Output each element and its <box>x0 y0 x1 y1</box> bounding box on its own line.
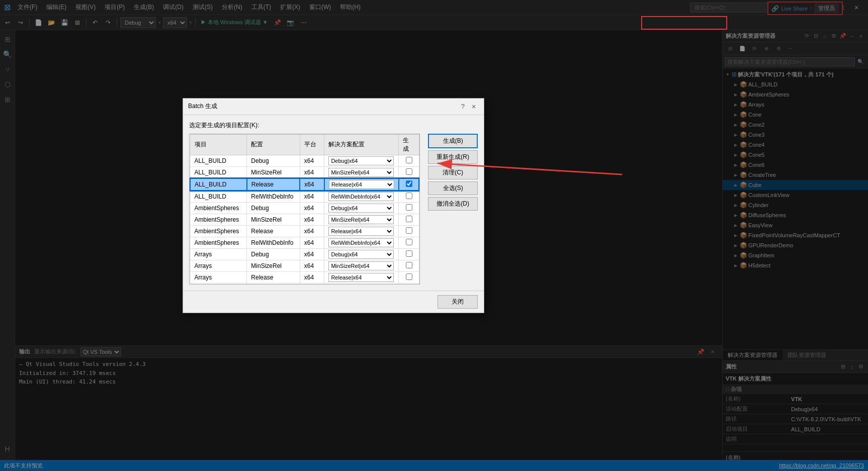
cell-solution-config: Debug|x64 <box>324 248 399 260</box>
cell-build <box>399 237 419 248</box>
cell-solution-config: Debug|x64 <box>324 202 399 214</box>
dialog-content-row: 项目 配置 平台 解决方案配置 生成 ALL_BUILDDebugx64Debu… <box>189 134 478 285</box>
cell-project: ALL_BUILD <box>190 178 247 191</box>
solution-config-select[interactable]: Debug|x64 <box>328 250 394 259</box>
cell-solution-config: MinSizeRel|x64 <box>324 166 399 178</box>
cell-project: Arrays <box>190 271 247 283</box>
cell-config: RelWithDebInfo <box>247 237 300 248</box>
build-checkbox[interactable] <box>406 204 412 211</box>
close-dialog-button[interactable]: 关闭 <box>438 295 478 309</box>
cell-project: AmbientSpheres <box>190 237 247 248</box>
cell-config: MinSizeRel <box>247 260 300 271</box>
cell-solution-config: Release|x64 <box>324 225 399 237</box>
build-checkbox[interactable] <box>406 239 412 245</box>
dialog-table-container[interactable]: 项目 配置 平台 解决方案配置 生成 ALL_BUILDDebugx64Debu… <box>189 134 420 285</box>
cell-project: Arrays <box>190 260 247 271</box>
cell-build <box>399 260 419 271</box>
solution-config-select[interactable]: Release|x64 <box>328 273 394 282</box>
dialog-table-row[interactable]: AmbientSpheresReleasex64Release|x64 <box>190 225 419 237</box>
build-checkbox[interactable] <box>406 168 412 175</box>
col-header-config: 配置 <box>247 134 300 155</box>
cell-platform: x64 <box>300 237 324 248</box>
build-checkbox[interactable] <box>406 216 412 222</box>
solution-config-select[interactable]: Release|x64 <box>328 227 394 236</box>
cell-solution-config: MinSizeRel|x64 <box>324 260 399 271</box>
cell-platform: x64 <box>300 166 324 178</box>
col-header-build: 生成 <box>399 134 419 155</box>
dialog-table-row[interactable]: AmbientSpheresDebugx64Debug|x64 <box>190 202 419 214</box>
cell-config: Debug <box>247 202 300 214</box>
solution-config-select[interactable]: RelWithDebInfo|x64 <box>328 192 394 201</box>
cell-build <box>399 155 419 166</box>
dialog-table-row[interactable]: AmbientSpheresRelWithDebInfox64RelWithDe… <box>190 237 419 248</box>
cell-solution-config: RelWithDebInfo|x64 <box>324 191 399 203</box>
dialog-table-row[interactable]: ArraysRelWithDebInfox64RelWithDebInfo|x6… <box>190 283 419 285</box>
clean-button[interactable]: 清理(C) <box>428 166 478 179</box>
rebuild-button[interactable]: 重新生成(R) <box>428 150 478 164</box>
cell-platform: x64 <box>300 225 324 237</box>
solution-config-select[interactable]: MinSizeRel|x64 <box>328 215 394 224</box>
dialog-title: Batch 生成 <box>188 102 217 111</box>
dialog-table-row[interactable]: ArraysMinSizeRelx64MinSizeRel|x64 <box>190 260 419 271</box>
dialog-help-icon[interactable]: ? <box>461 103 465 110</box>
build-checkbox[interactable] <box>406 227 412 234</box>
solution-config-select[interactable]: MinSizeRel|x64 <box>328 168 394 177</box>
modal-overlay: Batch 生成 ? × 选定要生成的项目配置(K): 项目 配置 平台 <box>0 0 868 471</box>
cell-platform: x64 <box>300 191 324 203</box>
dialog-table: 项目 配置 平台 解决方案配置 生成 ALL_BUILDDebugx64Debu… <box>190 134 419 285</box>
cell-build <box>399 283 419 285</box>
cell-platform: x64 <box>300 283 324 285</box>
build-button[interactable]: 生成(B) <box>428 134 478 148</box>
cell-solution-config: RelWithDebInfo|x64 <box>324 237 399 248</box>
col-header-project: 项目 <box>190 134 247 155</box>
cell-platform: x64 <box>300 271 324 283</box>
deselect-all-button[interactable]: 撤消全选(D) <box>428 197 478 211</box>
cell-build <box>399 191 419 203</box>
cell-build <box>399 225 419 237</box>
cell-solution-config: MinSizeRel|x64 <box>324 214 399 225</box>
solution-config-select[interactable]: RelWithDebInfo|x64 <box>328 238 394 247</box>
cell-config: MinSizeRel <box>247 214 300 225</box>
dialog-footer: 关闭 <box>183 291 484 313</box>
dialog-table-row[interactable]: ALL_BUILDMinSizeRelx64MinSizeRel|x64 <box>190 166 419 178</box>
dialog-table-row[interactable]: ALL_BUILDDebugx64Debug|x64 <box>190 155 419 166</box>
cell-build <box>399 214 419 225</box>
cell-config: Debug <box>247 248 300 260</box>
solution-config-select[interactable]: Release|x64 <box>329 180 394 189</box>
cell-project: ALL_BUILD <box>190 166 247 178</box>
dialog-buttons: 生成(B) 重新生成(R) 清理(C) 全选(S) 撤消全选(D) <box>428 134 478 285</box>
cell-config: RelWithDebInfo <box>247 191 300 203</box>
dialog-subtitle: 选定要生成的项目配置(K): <box>189 121 478 130</box>
cell-platform: x64 <box>300 214 324 225</box>
dialog-title-bar: Batch 生成 ? × <box>183 99 484 115</box>
solution-config-select[interactable]: Debug|x64 <box>328 204 394 213</box>
cell-platform: x64 <box>300 178 324 191</box>
dialog-close-button[interactable]: × <box>469 102 479 112</box>
build-checkbox[interactable] <box>406 157 412 163</box>
dialog-table-row[interactable]: AmbientSpheresMinSizeRelx64MinSizeRel|x6… <box>190 214 419 225</box>
col-header-platform: 平台 <box>300 134 324 155</box>
cell-solution-config: Debug|x64 <box>324 155 399 166</box>
build-checkbox[interactable] <box>406 180 412 187</box>
dialog-table-row[interactable]: ArraysDebugx64Debug|x64 <box>190 248 419 260</box>
dialog-table-row[interactable]: ALL_BUILDRelWithDebInfox64RelWithDebInfo… <box>190 191 419 203</box>
cell-project: Arrays <box>190 283 247 285</box>
dialog-body: 选定要生成的项目配置(K): 项目 配置 平台 解决方案配置 生成 <box>183 115 484 291</box>
build-checkbox[interactable] <box>406 262 412 268</box>
build-checkbox[interactable] <box>406 273 412 280</box>
solution-config-select[interactable]: MinSizeRel|x64 <box>328 261 394 270</box>
cell-config: Release <box>247 178 300 191</box>
select-all-button[interactable]: 全选(S) <box>428 181 478 195</box>
build-checkbox[interactable] <box>406 193 412 199</box>
col-header-solution-config: 解决方案配置 <box>324 134 399 155</box>
solution-config-select[interactable]: Debug|x64 <box>328 156 394 165</box>
cell-build <box>399 248 419 260</box>
dialog-table-row[interactable]: ALL_BUILDReleasex64Release|x64 <box>190 178 419 191</box>
build-checkbox[interactable] <box>406 250 412 257</box>
cell-config: Debug <box>247 155 300 166</box>
cell-project: Arrays <box>190 248 247 260</box>
cell-platform: x64 <box>300 260 324 271</box>
cell-build <box>399 271 419 283</box>
dialog-table-row[interactable]: ArraysReleasex64Release|x64 <box>190 271 419 283</box>
cell-config: Release <box>247 225 300 237</box>
